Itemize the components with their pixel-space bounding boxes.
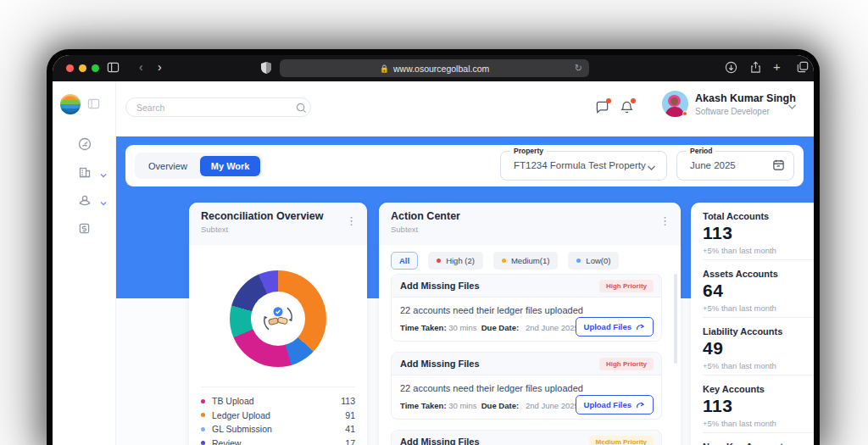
reload-icon[interactable]: ↻ <box>575 63 582 74</box>
shield-icon[interactable] <box>261 62 271 77</box>
upload-files-button[interactable]: Upload Files <box>576 395 654 414</box>
time-taken-value: 30 mins <box>448 401 476 410</box>
donut-center <box>251 292 305 346</box>
sidebar-item-dashboard[interactable] <box>68 139 102 153</box>
users-icon <box>78 193 92 210</box>
panel-collapse-icon[interactable] <box>87 97 100 114</box>
sidebar-item-billing[interactable] <box>68 223 102 236</box>
user-name: Akash Kumar Singh <box>695 92 796 104</box>
task-card: Add Missing Files High Priority 22 accou… <box>391 352 662 420</box>
legend-item: Ledger Upload 91 <box>201 409 355 423</box>
share-icon[interactable] <box>749 61 762 77</box>
property-value: FT1234 Formula Test Property <box>514 160 646 170</box>
stat-row: Total Accounts 113 +5% than last month <box>703 203 814 260</box>
legend-value: 113 <box>341 396 355 406</box>
bell-icon[interactable] <box>620 100 634 118</box>
app-header: Akash Kumar Singh Software Developer <box>116 81 814 136</box>
filter-label: High (2) <box>446 256 475 265</box>
calendar-icon <box>772 159 785 175</box>
legend-dot <box>201 427 205 431</box>
legend-label: GL Submission <box>212 424 345 434</box>
stat-label: Non- Key Accounts <box>703 442 788 445</box>
kebab-menu-icon[interactable]: ⋮ <box>346 214 357 227</box>
legend-dot <box>201 413 205 417</box>
company-logo[interactable] <box>60 94 81 114</box>
due-date-value: 2nd June 2025 <box>526 401 579 410</box>
task-footer: Time Taken: 30 mins Due Date: 2nd June 2… <box>392 393 661 419</box>
stat-label: Key Accounts <box>703 384 765 394</box>
url-text: www.osourcegolbal.com <box>393 64 489 74</box>
view-tabs: Overview My Work <box>135 153 263 179</box>
legend-value: 41 <box>345 424 355 434</box>
chevron-down-icon <box>100 194 107 209</box>
chevron-down-icon <box>647 159 656 175</box>
forward-icon[interactable]: › <box>158 60 162 74</box>
stat-row: Non- Key Accounts <box>703 433 814 445</box>
tab-overview-icon[interactable] <box>797 61 809 76</box>
minimize-window-button[interactable] <box>79 64 86 72</box>
card-title: Action Center <box>391 210 669 222</box>
notification-dot <box>631 98 636 103</box>
sidebar-item-properties[interactable] <box>68 167 102 181</box>
task-card: Add Missing Files High Priority 22 accou… <box>391 274 662 342</box>
app-root: Akash Kumar Singh Software Developer Ove… <box>53 81 814 445</box>
left-sidebar <box>53 81 116 445</box>
redirect-arrow-icon <box>636 401 645 409</box>
legend-item: TB Upload 113 <box>201 394 355 409</box>
time-taken-value: 30 mins <box>448 323 476 332</box>
chat-icon[interactable] <box>595 100 609 118</box>
upload-files-button[interactable]: Upload Files <box>576 317 654 337</box>
filter-medium[interactable]: Medium(1) <box>493 252 558 270</box>
chart-legend: TB Upload 113 Ledger Upload 91 GL Submis… <box>201 394 355 445</box>
browser-window: ‹ › 🔒 www.osourcegolbal.com ↻ + <box>53 55 814 445</box>
screenshot-stage: ‹ › 🔒 www.osourcegolbal.com ↻ + <box>0 0 868 445</box>
stat-delta: +5% than last month <box>703 303 776 313</box>
legend-label: Ledger Upload <box>212 410 345 420</box>
kebab-menu-icon[interactable]: ⋮ <box>659 214 670 227</box>
back-icon[interactable]: ‹ <box>139 60 143 74</box>
action-center-card: Action Center Subtext ⋮ All High (2) <box>379 203 681 445</box>
scrollbar[interactable] <box>674 274 677 364</box>
period-field[interactable]: Period June 2025 <box>676 151 794 181</box>
stat-delta: +5% than last month <box>703 361 776 370</box>
legend-dot <box>201 399 205 403</box>
stat-row: Key Accounts 113 +5% than last month <box>703 375 814 433</box>
task-card: Add Missing Files Medium Priority <box>391 430 662 445</box>
legend-value: 17 <box>345 438 355 445</box>
new-tab-icon[interactable]: + <box>773 59 781 74</box>
browser-toolbar: ‹ › 🔒 www.osourcegolbal.com ↻ + <box>53 55 814 81</box>
stat-delta: +5% than last month <box>703 246 776 255</box>
property-label: Property <box>510 147 547 155</box>
building-icon <box>78 165 92 182</box>
close-window-button[interactable] <box>66 64 74 72</box>
notification-dot <box>606 98 611 103</box>
card-subtitle: Subtext <box>201 225 355 234</box>
legend-label: TB Upload <box>212 396 341 406</box>
search-input[interactable] <box>125 97 311 117</box>
card-header: Reconciliation Overview Subtext ⋮ <box>189 203 367 245</box>
sidebar-toggle-icon[interactable] <box>107 61 120 77</box>
property-select[interactable]: Property FT1234 Formula Test Property <box>500 151 667 181</box>
sidebar-item-users[interactable] <box>68 195 102 209</box>
time-taken-label: Time Taken: <box>400 323 447 332</box>
tab-my-work[interactable]: My Work <box>200 156 261 176</box>
profile-chevron-icon[interactable] <box>787 98 797 114</box>
filter-all[interactable]: All <box>391 252 418 270</box>
task-description: 22 accounts need their ledger files uplo… <box>392 375 661 393</box>
due-date-value: 2nd June 2025 <box>526 323 579 332</box>
stat-label: Liability Accounts <box>703 326 782 337</box>
control-bar: Overview My Work Property FT1234 Formula… <box>125 145 804 186</box>
tab-overview[interactable]: Overview <box>137 156 198 176</box>
filter-high[interactable]: High (2) <box>428 252 483 270</box>
zoom-window-button[interactable] <box>92 64 99 72</box>
task-title: Add Missing Files <box>400 281 480 291</box>
lock-icon: 🔒 <box>380 64 389 73</box>
filter-label: Low(0) <box>586 256 610 265</box>
priority-badge: High Priority <box>599 280 654 292</box>
url-bar[interactable]: 🔒 www.osourcegolbal.com ↻ <box>280 59 589 77</box>
filter-low[interactable]: Low(0) <box>568 252 619 270</box>
priority-badge: Medium Priority <box>589 436 654 445</box>
downloads-icon[interactable] <box>725 61 737 77</box>
priority-dot <box>437 259 441 263</box>
due-date-label: Due Date: <box>481 323 519 332</box>
